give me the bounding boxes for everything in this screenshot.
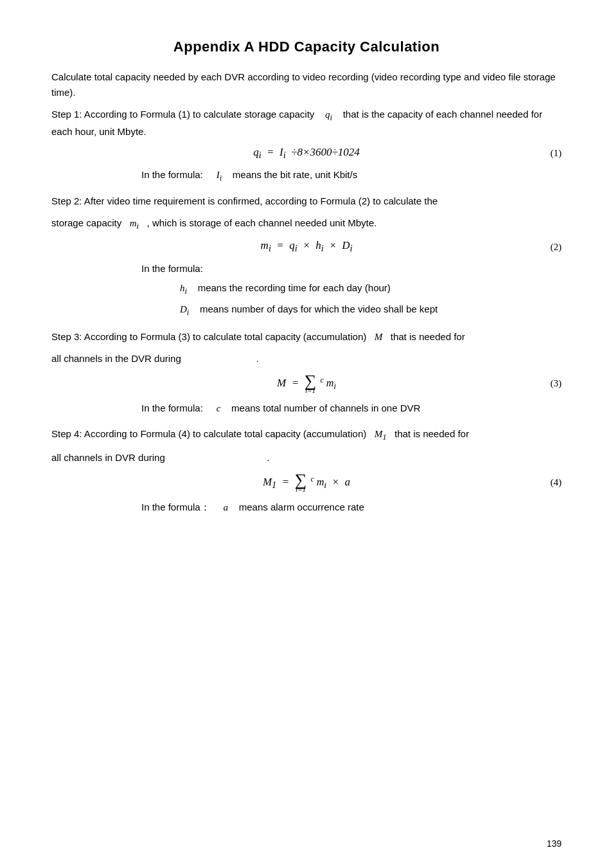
formula3-note: In the formula: c means total number of … <box>51 401 562 416</box>
formula1-note: In the formula: Ii means the bit rate, u… <box>51 167 562 185</box>
formula2-note2: hi means the recording time for each day… <box>51 280 562 298</box>
intro-text: Calculate total capacity needed by each … <box>51 69 562 100</box>
formula2-number: (2) <box>551 242 562 253</box>
formula2: mi = qi × hi × Di (2) <box>51 239 562 254</box>
formula2-note1: In the formula: <box>51 261 562 276</box>
page-number: 139 <box>547 838 562 849</box>
step2-text2: storage capacity mi , which is storage o… <box>51 215 562 233</box>
step3-text2: all channels in the DVR during . <box>51 351 562 366</box>
formula2-note3: Di means number of days for which the vi… <box>51 302 562 319</box>
step4-text1: Step 4: According to Formula (4) to calc… <box>51 426 562 444</box>
step2-text1: Step 2: After video time requirement is … <box>51 194 562 209</box>
step4-text2: all channels in DVR during . <box>51 450 562 466</box>
formula4: M1 = ∑ i=1 c mi × a (4) <box>51 472 562 493</box>
formula1-number: (1) <box>551 148 562 159</box>
page-title: Appendix A HDD Capacity Calculation <box>51 39 562 55</box>
formula3: M = ∑ i=1 c mi (3) <box>51 373 562 394</box>
step3-text1: Step 3: According to Formula (3) to calc… <box>51 329 562 345</box>
formula4-note: In the formula： a means alarm occurrence… <box>51 500 562 515</box>
step1-text: Step 1: According to Formula (1) to calc… <box>51 107 562 140</box>
formula1: qi = Ii ÷8×3600÷1024 (1) <box>51 146 562 161</box>
page-container: Appendix A HDD Capacity Calculation Calc… <box>0 0 613 868</box>
formula4-number: (4) <box>551 477 562 488</box>
formula3-number: (3) <box>551 378 562 389</box>
